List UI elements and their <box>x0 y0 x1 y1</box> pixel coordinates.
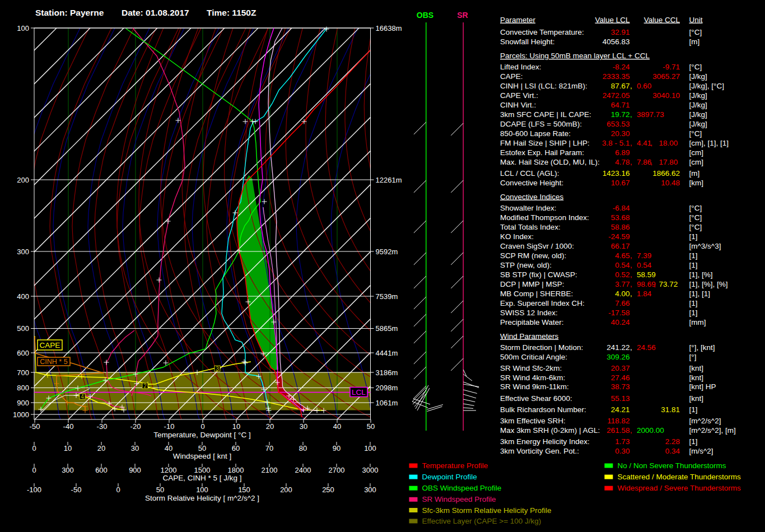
svg-text:,: , <box>630 261 632 269</box>
svg-text:Storm Relative Helicity [ m^2: Storm Relative Helicity [ m^2/s^2 ] <box>145 494 259 502</box>
svg-text:4056.83: 4056.83 <box>603 38 630 46</box>
svg-text:MB Comp | SHERBE:: MB Comp | SHERBE: <box>500 290 573 298</box>
svg-text:STP (new, old):: STP (new, old): <box>500 261 552 269</box>
svg-text:10: 10 <box>232 422 240 431</box>
svg-text:Lifted Index:: Lifted Index: <box>500 63 542 71</box>
svg-text:,: , <box>650 158 652 166</box>
svg-text:58.59: 58.59 <box>637 270 656 279</box>
svg-text:[1]: [1] <box>689 309 698 317</box>
svg-text:70: 70 <box>265 444 273 452</box>
svg-text:[1]: [1] <box>689 232 698 241</box>
svg-text:30: 30 <box>131 444 139 452</box>
svg-text:4.00: 4.00 <box>615 290 629 298</box>
svg-text:[°C]: [°C] <box>689 63 702 71</box>
svg-text:,: , <box>630 290 632 298</box>
svg-text:[m]: [m] <box>689 38 700 46</box>
svg-text:200: 200 <box>17 176 29 184</box>
svg-text:Estofex Exp. Hail Param:: Estofex Exp. Hail Param: <box>500 148 584 157</box>
svg-text:[1], [1]: [1], [1] <box>689 290 711 298</box>
svg-text:Value CCL: Value CCL <box>644 16 680 24</box>
svg-text:DCP | MMP | MSP:: DCP | MMP | MSP: <box>500 280 565 288</box>
svg-text:SCP RM (new, old):: SCP RM (new, old): <box>500 251 566 260</box>
svg-text:3km Vorticity Gen. Pot.:: 3km Vorticity Gen. Pot.: <box>500 447 579 455</box>
svg-text:-30: -30 <box>97 422 108 431</box>
svg-text:[m^3/s^3]: [m^3/s^3] <box>689 242 721 250</box>
svg-text:600: 600 <box>95 466 108 474</box>
svg-text:OBS Windspeed Profile: OBS Windspeed Profile <box>422 484 502 492</box>
svg-text:Dewpoint Profile: Dewpoint Profile <box>422 473 477 481</box>
svg-text:[°C]: [°C] <box>689 213 702 222</box>
svg-text:400: 400 <box>17 292 29 301</box>
svg-text:[J/kg]: [J/kg] <box>689 91 707 100</box>
svg-text:SR: SR <box>457 11 468 20</box>
svg-text:Exp. Supercell Index CH:: Exp. Supercell Index CH: <box>500 299 585 307</box>
svg-text:,: , <box>630 270 632 279</box>
svg-text:3000: 3000 <box>362 466 379 474</box>
svg-text:309.26: 309.26 <box>607 353 629 361</box>
svg-text:2700: 2700 <box>329 466 345 474</box>
svg-text:0: 0 <box>32 466 36 474</box>
svg-text:3: 3 <box>216 366 219 372</box>
svg-text:55.13: 55.13 <box>611 394 630 403</box>
svg-text:500m Critical Angle:: 500m Critical Angle: <box>500 353 567 361</box>
svg-text:[°], [knt]: [°], [knt] <box>689 343 715 352</box>
svg-text:[°C]: [°C] <box>689 204 702 212</box>
svg-text:500: 500 <box>17 324 29 333</box>
svg-text:[1]: [1] <box>689 299 698 307</box>
svg-text:[1]: [1] <box>689 251 698 260</box>
svg-text:0.34: 0.34 <box>665 447 680 455</box>
svg-text:2472.05: 2472.05 <box>603 91 630 100</box>
svg-text:Bulk Richardson Number:: Bulk Richardson Number: <box>500 405 586 414</box>
svg-text:KO Index:: KO Index: <box>500 232 534 241</box>
svg-text:Time: 1150Z: Time: 1150Z <box>207 8 256 17</box>
svg-text:-6.84: -6.84 <box>613 204 630 212</box>
svg-text:-50: -50 <box>71 486 82 494</box>
svg-text:Convective Temperature:: Convective Temperature: <box>500 28 584 36</box>
svg-text:7.39: 7.39 <box>637 251 651 260</box>
svg-text:[J/kg]: [J/kg] <box>689 101 707 109</box>
svg-text:Windspeed [ knt ]: Windspeed [ knt ] <box>173 452 231 460</box>
svg-text:-40: -40 <box>63 422 74 431</box>
svg-text:No / Non Severe Thunderstorms: No / Non Severe Thunderstorms <box>617 461 726 470</box>
svg-text:Temperature Profile: Temperature Profile <box>422 461 488 470</box>
svg-text:,: , <box>654 280 656 288</box>
svg-text:CINH | LSI (LCL: 821mB):: CINH | LSI (LCL: 821mB): <box>500 82 587 90</box>
svg-text:[1], [%], [%]: [1], [%], [%] <box>689 280 728 288</box>
svg-text:4: 4 <box>81 394 84 400</box>
svg-text:20: 20 <box>266 422 274 431</box>
svg-text:[J/kg]: [J/kg] <box>689 72 707 81</box>
svg-text:0.54: 0.54 <box>637 261 652 269</box>
svg-text:10.67: 10.67 <box>611 179 630 187</box>
svg-text:-8.24: -8.24 <box>613 63 630 71</box>
svg-text:Convective Indices: Convective Indices <box>500 193 564 201</box>
svg-text:CINH * 5: CINH * 5 <box>40 358 67 366</box>
svg-text:Parcels: Using 50mB mean layer: Parcels: Using 50mB mean layer LCL + CCL <box>500 52 650 60</box>
svg-text:LCL: LCL <box>352 388 366 396</box>
svg-text:SB STP (fix) | CWASP:: SB STP (fix) | CWASP: <box>500 270 577 279</box>
svg-text:53.68: 53.68 <box>611 213 630 222</box>
svg-text:200: 200 <box>280 486 292 494</box>
svg-text:[J/kg]: [J/kg] <box>689 110 707 119</box>
svg-text:,: , <box>630 139 632 147</box>
svg-text:600: 600 <box>17 349 29 357</box>
svg-text:50: 50 <box>198 444 206 452</box>
svg-text:0.54: 0.54 <box>615 261 630 269</box>
svg-text:3km Energy Helicity Index:: 3km Energy Helicity Index: <box>500 437 590 446</box>
svg-text:0: 0 <box>116 486 120 494</box>
svg-text:0: 0 <box>32 444 36 452</box>
svg-text:7.86: 7.86 <box>637 158 651 166</box>
svg-text:LCL / CCL (AGL):: LCL / CCL (AGL): <box>500 169 559 178</box>
svg-text:[knt]: [knt] <box>689 374 704 382</box>
svg-text:5865m: 5865m <box>376 324 398 333</box>
svg-text:Convective Height:: Convective Height: <box>500 179 563 187</box>
svg-text:SR Wind Sfc-2km:: SR Wind Sfc-2km: <box>500 364 562 372</box>
svg-text:0: 0 <box>200 422 204 431</box>
svg-text:58.86: 58.86 <box>611 223 630 231</box>
svg-text:2400: 2400 <box>295 466 311 474</box>
svg-text:4.65: 4.65 <box>615 251 629 260</box>
svg-text:2000.00: 2000.00 <box>637 426 664 435</box>
svg-text:CAPE: CAPE <box>40 341 60 349</box>
svg-text:30: 30 <box>300 422 307 431</box>
svg-text:Wind Parameters: Wind Parameters <box>500 332 559 340</box>
svg-text:,: , <box>650 139 652 147</box>
